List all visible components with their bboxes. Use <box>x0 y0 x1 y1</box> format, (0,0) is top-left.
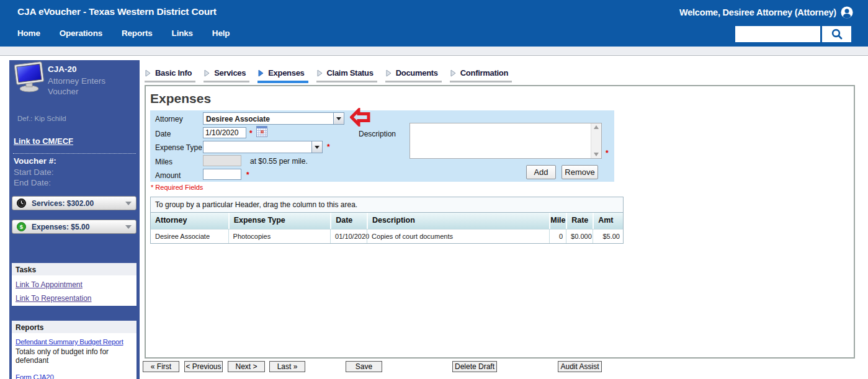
column-header-rate[interactable]: Rate <box>566 213 593 229</box>
main-nav: Home Operations Reports Links Help <box>17 29 230 38</box>
cmecf-link[interactable]: Link to CM/ECF <box>14 136 73 146</box>
column-header-expense-type[interactable]: Expense Type <box>228 213 331 229</box>
remove-button[interactable]: Remove <box>562 165 598 179</box>
tab-services[interactable]: Services <box>204 67 249 83</box>
cell-expense-type: Photocopies <box>228 230 330 243</box>
amount-input[interactable] <box>203 169 241 180</box>
date-input[interactable] <box>203 127 246 138</box>
voucher-tabs: Basic Info Services Expenses Claim Statu… <box>145 67 520 83</box>
search-area <box>735 26 851 42</box>
tab-basic-info[interactable]: Basic Info <box>145 67 195 83</box>
scroll-down-icon <box>594 153 599 156</box>
svg-text:$: $ <box>20 223 24 230</box>
delete-draft-button[interactable]: Delete Draft <box>452 361 497 372</box>
column-header-amt[interactable]: Amt <box>593 213 623 229</box>
cell-mile: 0 <box>549 230 566 243</box>
services-accordion[interactable]: Services: $302.00 <box>12 196 136 210</box>
save-button[interactable]: Save <box>346 361 382 372</box>
main-content-panel: Expenses Attorney Desiree Associate Date… <box>145 85 855 359</box>
dropdown-arrow-icon[interactable] <box>333 113 344 124</box>
welcome-text: Welcome, Desiree Attorney (Attorney) <box>679 7 836 17</box>
nav-links[interactable]: Links <box>172 29 193 38</box>
cell-rate: $0.000 <box>566 230 593 243</box>
voucher-form-code: CJA-20 <box>48 65 77 74</box>
header-sub-strip <box>0 47 868 56</box>
chevron-down-icon <box>125 225 132 229</box>
form-cja20-link[interactable]: Form CJA20 <box>16 373 134 379</box>
nav-home[interactable]: Home <box>17 29 40 38</box>
grid-row[interactable]: Desiree Associate Photocopies 01/10/2020… <box>151 229 623 243</box>
previous-button[interactable]: < Previous <box>184 361 223 372</box>
tab-expenses[interactable]: Expenses <box>257 67 308 83</box>
required-fields-note: * Required Fields <box>151 184 203 191</box>
welcome-area: Welcome, Desiree Attorney (Attorney) <box>679 6 853 19</box>
expenses-accordion[interactable]: $ Expenses: $5.00 <box>12 220 136 234</box>
dropdown-arrow-icon[interactable] <box>311 141 322 153</box>
sidebar-divider <box>13 153 136 154</box>
search-input[interactable] <box>735 26 820 42</box>
computer-icon <box>12 61 47 95</box>
audit-assist-button[interactable]: Audit Assist <box>558 361 602 372</box>
textarea-scrollbar[interactable] <box>591 123 601 158</box>
dollar-icon: $ <box>17 222 26 231</box>
search-button[interactable] <box>822 26 851 42</box>
column-header-attorney[interactable]: Attorney <box>151 213 228 229</box>
tab-arrow-icon <box>450 69 456 77</box>
description-textarea[interactable] <box>409 123 602 159</box>
tab-arrow-icon <box>258 69 264 77</box>
description-label: Description <box>359 130 396 138</box>
grid-header-row: Attorney Expense Type Date Description M… <box>151 213 623 229</box>
expense-entry-form: Attorney Desiree Associate Date * <box>150 110 614 182</box>
nav-help[interactable]: Help <box>212 29 230 38</box>
services-summary: Services: $302.00 <box>32 199 94 208</box>
page-title: Expenses <box>150 91 211 106</box>
expenses-summary: Expenses: $5.00 <box>32 223 89 231</box>
tab-arrow-icon <box>317 69 323 77</box>
voucher-form-desc: Attorney Enters Voucher <box>48 76 125 97</box>
attorney-select[interactable]: Desiree Associate <box>203 112 344 125</box>
nav-operations[interactable]: Operations <box>60 29 102 38</box>
user-avatar-icon[interactable] <box>841 6 853 19</box>
tasks-panel-title: Tasks <box>12 263 136 275</box>
scroll-up-icon <box>594 125 599 129</box>
link-to-representation[interactable]: Link To Representation <box>16 294 134 303</box>
date-label: Date <box>155 130 171 138</box>
defendant-label: Def.: Kip Schild <box>17 115 66 122</box>
budget-report-description: Totals only of budget info for defendant <box>16 347 115 365</box>
miles-rate-note: at $0.55 per mile. <box>250 157 308 166</box>
app-title: CJA eVoucher - Texas Western District Co… <box>17 6 217 17</box>
defendant-summary-budget-report-link[interactable]: Defendant Summary Budget Report <box>16 338 134 346</box>
nav-reports[interactable]: Reports <box>122 29 153 38</box>
sidebar: CJA-20 Attorney Enters Voucher Def.: Kip… <box>9 60 140 379</box>
start-date-label: Start Date: <box>14 167 54 177</box>
calendar-icon[interactable] <box>256 126 267 140</box>
search-icon <box>831 28 843 40</box>
first-button[interactable]: « First <box>143 361 179 372</box>
expense-type-select[interactable] <box>203 141 323 153</box>
tab-claim-status[interactable]: Claim Status <box>316 67 377 83</box>
tab-documents[interactable]: Documents <box>385 67 442 83</box>
column-header-mile[interactable]: Mile <box>549 213 566 229</box>
reports-panel-title: Reports <box>12 321 136 333</box>
red-callout-arrow-icon <box>350 108 371 129</box>
grid-group-hint[interactable]: To group by a particular Header, drag th… <box>151 197 623 213</box>
tab-arrow-icon <box>386 69 391 77</box>
column-header-date[interactable]: Date <box>330 213 367 229</box>
cell-attorney: Desiree Associate <box>151 230 228 243</box>
miles-label: Miles <box>155 158 172 166</box>
cell-date: 01/10/2020 <box>330 230 367 243</box>
reports-panel: Reports Defendant Summary Budget Report … <box>12 321 136 379</box>
expenses-grid: To group by a particular Header, drag th… <box>150 197 624 244</box>
add-button[interactable]: Add <box>526 165 556 179</box>
last-button[interactable]: Last » <box>269 361 305 372</box>
next-button[interactable]: Next > <box>228 361 265 372</box>
end-date-label: End Date: <box>14 178 51 187</box>
link-to-appointment[interactable]: Link To Appointment <box>16 280 134 289</box>
cell-description: Copies of court documents <box>367 230 549 243</box>
column-header-description[interactable]: Description <box>367 213 549 229</box>
tab-confirmation[interactable]: Confirmation <box>450 67 512 83</box>
miles-input <box>203 155 241 166</box>
tab-arrow-icon <box>145 69 151 77</box>
page: CJA eVoucher - Texas Western District Co… <box>0 0 868 379</box>
tasks-panel: Tasks Link To Appointment Link To Repres… <box>12 263 136 306</box>
